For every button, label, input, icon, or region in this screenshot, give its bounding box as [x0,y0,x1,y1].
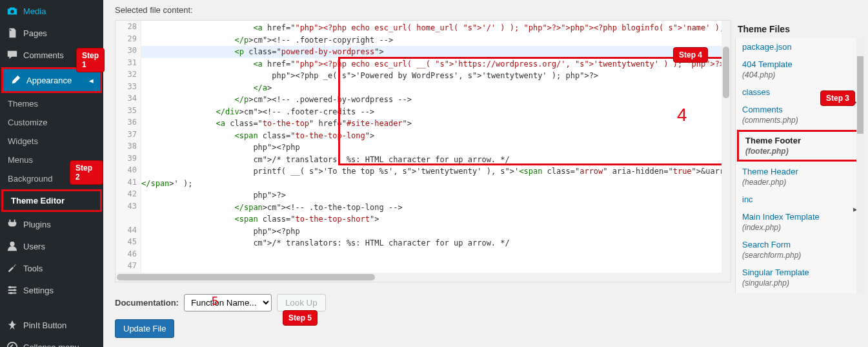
file-item-5[interactable]: Theme Header(header.php) [736,163,864,191]
code-editor[interactable]: 2829303132333435363738394041424344454647… [115,20,731,282]
sidebar-item-tools[interactable]: Tools [0,257,103,279]
sliders-icon [6,284,18,296]
sidebar-item-collapse[interactable]: Collapse menu [0,336,103,347]
admin-sidebar: Step 1 Step 2 Media Pages Comments Appea… [0,0,103,347]
collapse-icon [6,341,18,347]
file-item-0[interactable]: package.json [736,38,864,56]
sidebar-label: Tools [23,264,43,273]
line-gutter: 2829303132333435363738394041424344454647… [116,21,141,282]
sidebar-label: Users [23,242,45,251]
main-content: Selected file content: 28293031323334353… [103,0,868,347]
file-item-9[interactable]: Singular Template(singular.php) [736,264,864,291]
brush-icon [10,74,21,86]
files-scrollbar[interactable] [856,38,864,293]
sidebar-item-pages[interactable]: Pages [0,22,103,44]
sidebar-item-theme-editor[interactable]: Theme Editor [1,189,102,212]
sidebar-label: Collapse menu [23,342,79,348]
sidebar-label: Comments [23,50,64,60]
lookup-button[interactable]: Look Up [277,294,326,311]
highlight-box-4 [338,57,731,165]
sidebar-label: Plugins [23,220,51,229]
function-name-select[interactable]: Function Name... [184,294,272,311]
plug-icon [6,218,18,230]
sidebar-item-pinit[interactable]: PinIt Button [0,314,103,336]
camera-icon [6,5,18,17]
sidebar-label: Media [23,6,46,16]
sidebar-label: Appearance [26,76,72,85]
update-file-button[interactable]: Update File [115,319,174,338]
selected-file-label: Selected file content: [103,0,868,20]
sidebar-label: Settings [23,286,54,295]
step-badge-5: Step 5 [283,310,318,326]
sidebar-item-plugins[interactable]: Plugins [0,213,103,235]
chevron-right-icon: ◂ [89,76,94,85]
annotation-5: 5 [212,295,218,308]
file-item-7[interactable]: Main Index Template(index.php) [736,208,864,236]
sidebar-item-media[interactable]: Media [0,0,103,22]
theme-files-panel: Theme Files package.json404 Template(404… [731,20,868,289]
wrench-icon [6,262,18,274]
svg-point-2 [14,289,16,291]
sidebar-label: PinIt Button [23,321,66,330]
pin-icon [6,319,18,331]
theme-files-heading: Theme Files [735,20,864,38]
sidebar-item-settings[interactable]: Settings [0,279,103,301]
vertical-scrollbar[interactable] [722,21,731,282]
documentation-label: Documentation: [115,298,179,308]
step-badge-3: Step 3 [820,90,855,106]
horizontal-scrollbar[interactable] [116,273,722,282]
svg-point-0 [10,242,14,246]
step-badge-1: Step 1 [76,48,105,72]
user-icon [6,240,18,252]
comment-icon [6,49,18,61]
svg-point-1 [9,286,12,289]
step-badge-2: Step 2 [70,160,103,185]
step-badge-4: Step 4 [673,47,708,63]
annotation-4: 4 [677,105,687,125]
file-item-8[interactable]: Search Form(searchform.php) [736,236,864,264]
sidebar-item-widgets[interactable]: Widgets [0,132,103,151]
file-item-6[interactable]: inc [736,191,864,208]
pages-icon [6,27,18,39]
sidebar-label: Pages [23,28,47,38]
sidebar-item-customize[interactable]: Customize [0,113,103,132]
svg-point-3 [10,292,12,295]
file-item-1[interactable]: 404 Template(404.php) [736,56,864,83]
sidebar-item-themes[interactable]: Themes [0,94,103,113]
sidebar-item-users[interactable]: Users [0,235,103,257]
theme-files-list: package.json404 Template(404.php)classes… [735,38,864,293]
file-item-4[interactable]: Theme Footer(footer.php) [737,130,863,162]
